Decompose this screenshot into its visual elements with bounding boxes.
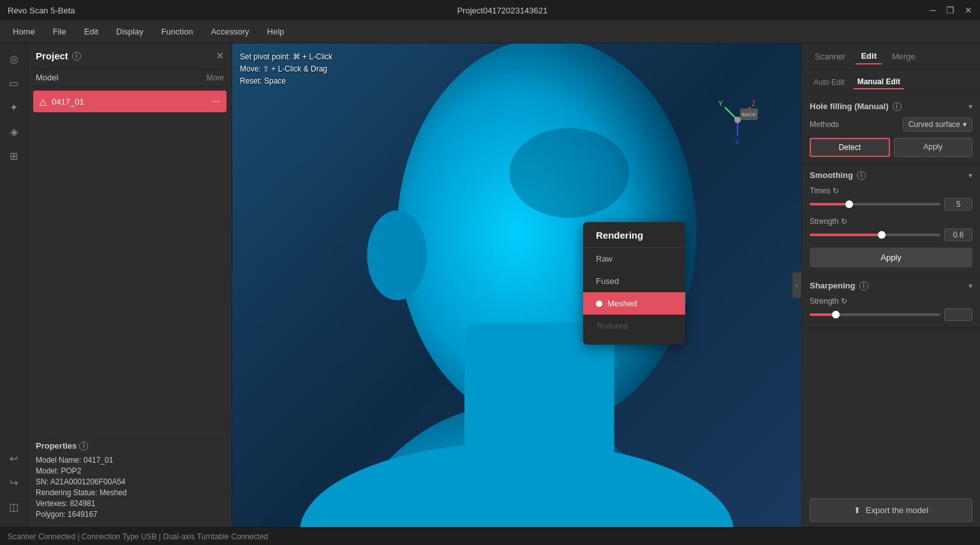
maximize-button[interactable]: ❐ [946,5,954,15]
layers-icon[interactable]: ◈ [4,121,24,142]
statusbar: Scanner Connected | Connection Type USB … [0,527,980,545]
project-label: Project [36,50,68,61]
titlebar: Revo Scan 5-Beta Project04172023143621 ─… [0,0,980,20]
sharpening-slider-row [810,308,972,321]
methods-label: Methods [810,120,839,129]
properties-section: Properties i Model Name: 0417_01 Model: … [28,434,232,527]
sharpening-input[interactable] [944,308,972,321]
project-panel: Project i ✕ Model More △ 0417_01 ··· Pro… [28,43,232,527]
app-name: Revo Scan 5-Beta [8,6,75,15]
smoothing-apply-button[interactable]: Apply [810,248,972,267]
left-toolbar: ◎ ▭ ✦ ◈ ⊞ ↩ ↪ ◫ [0,43,28,527]
prop-model: Model: POP2 [36,467,224,475]
export-icon: ⬆ [854,505,861,515]
smoothing-header[interactable]: Smoothing i ▾ [810,170,972,180]
method-select[interactable]: Curved surface ▾ [903,117,972,131]
undo-icon[interactable]: ↩ [4,448,24,468]
square-icon[interactable]: ▭ [4,73,24,93]
render-option-raw[interactable]: Raw [583,248,685,270]
render-option-textured: Textured [583,315,685,337]
window-controls: ─ ❐ ✕ [930,5,972,15]
menu-help[interactable]: Help [260,24,292,39]
project-subheader: Model More [28,69,232,87]
prop-sn: SN: A21A0001206F00A54 [36,477,224,486]
status-text: Scanner Connected | Connection Type USB … [8,532,268,541]
strength-slider-thumb[interactable] [878,231,886,239]
close-button[interactable]: ✕ [965,5,972,15]
prop-rendering: Rendering Statue: Meshed [36,488,224,497]
rendering-popup: Rendering Raw Fused Meshed Textured [583,222,685,345]
hole-filling-header[interactable]: Hole filling (Manual) i ▾ [810,101,972,111]
times-slider-track[interactable] [810,203,940,205]
tab-edit[interactable]: Edit [856,49,882,64]
rendering-title: Rendering [583,230,685,248]
prop-polygon: Polygon: 1649167 [36,510,224,519]
svg-point-4 [509,128,629,218]
prop-model-name: Model Name: 0417_01 [36,456,224,465]
render-option-fused[interactable]: Fused [583,270,685,292]
subtab-auto-edit[interactable]: Auto Edit [810,76,849,89]
sharpening-slider-thumb[interactable] [832,311,840,318]
times-label: Times ↻ [810,186,972,195]
brush-icon[interactable]: ✦ [4,97,24,117]
menu-display[interactable]: Display [108,24,151,39]
svg-text:X: X [735,138,739,146]
axis-widget: Z Y X BACK [712,94,763,146]
menu-edit[interactable]: Edit [77,24,106,39]
times-slider-thumb[interactable] [845,200,853,208]
model-item[interactable]: △ 0417_01 ··· [33,91,226,112]
render-raw-label: Raw [596,254,612,264]
right-panel-spacer [802,328,980,498]
subtab-manual-edit[interactable]: Manual Edit [854,75,904,89]
properties-title: Properties i [36,441,224,451]
minimize-button[interactable]: ─ [930,5,936,15]
sharpening-reset-icon[interactable]: ↻ [841,297,847,306]
render-meshed-dot [596,301,602,307]
menu-file[interactable]: File [45,24,74,39]
sharpening-info-icon[interactable]: i [859,281,868,290]
main-area: ◎ ▭ ✦ ◈ ⊞ ↩ ↪ ◫ Project i ✕ Model More △… [0,43,980,527]
smoothing-section: Smoothing i ▾ Times ↻ Strength ↻ [802,164,980,274]
more-label[interactable]: More [207,73,224,82]
menu-accessory[interactable]: Accessory [204,24,257,39]
project-info-icon[interactable]: i [72,52,81,61]
hole-filling-info-icon[interactable]: i [893,102,902,111]
detect-button[interactable]: Detect [810,138,890,157]
render-textured-label: Textured [596,321,628,331]
menu-function[interactable]: Function [154,24,201,39]
properties-info-icon[interactable]: i [79,442,88,451]
strength-input[interactable] [944,228,972,241]
tab-scanner[interactable]: Scanner [810,49,850,64]
viewport[interactable]: Set pivot point: ⌘ + L-Click Move: ⇧ + L… [232,43,801,527]
smoothing-info-icon[interactable]: i [857,171,866,180]
redo-icon[interactable]: ↪ [4,472,24,493]
prop-vertexes: Vertexes: 824981 [36,499,224,508]
sharpening-slider-track[interactable] [810,313,940,316]
tab-merge[interactable]: Merge [887,49,921,64]
panel-spacer [28,116,232,434]
render-meshed-label: Meshed [607,299,637,308]
sharpening-header[interactable]: Sharpening i ▾ [810,281,972,290]
times-reset-icon[interactable]: ↻ [833,186,839,195]
scan-icon[interactable]: ◎ [4,49,24,69]
project-close-button[interactable]: ✕ [216,50,224,62]
times-input[interactable] [944,198,972,211]
export-button[interactable]: ⬆ Export the model [810,498,972,522]
layers-bottom-icon[interactable]: ◫ [4,496,24,517]
grid-icon[interactable]: ⊞ [4,146,24,166]
right-subtabs: Auto Edit Manual Edit [802,70,980,95]
strength-reset-icon[interactable]: ↻ [841,217,847,226]
method-dropdown-icon: ▾ [963,120,967,129]
project-header: Project i ✕ [28,43,232,69]
viewport-collapse-handle[interactable]: ‹ [792,272,801,298]
hint-line-2: Move: ⇧ + L-Click & Drag [240,63,332,75]
sharpening-strength-label: Strength ↻ [810,297,972,306]
hole-apply-button[interactable]: Apply [894,138,973,157]
menubar: Home File Edit Display Function Accessor… [0,20,980,43]
strength-slider-track[interactable] [810,234,940,236]
menu-home[interactable]: Home [5,24,43,39]
model-options-button[interactable]: ··· [212,96,220,107]
viewport-hint: Set pivot point: ⌘ + L-Click Move: ⇧ + L… [240,51,332,88]
methods-row: Methods Curved surface ▾ [810,117,972,131]
render-option-meshed[interactable]: Meshed [583,292,685,315]
